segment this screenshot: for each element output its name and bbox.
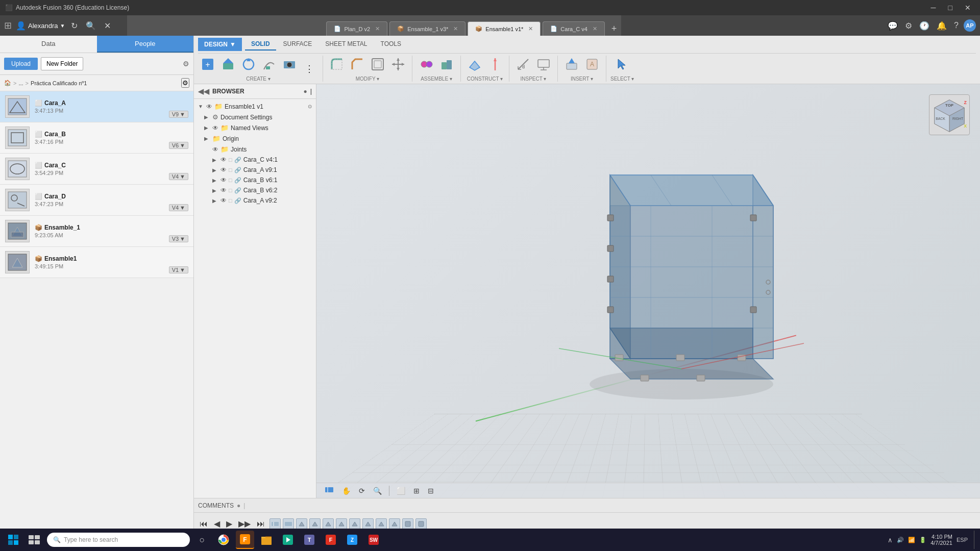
tree-cara-c-toggle[interactable]: ▶ [212,157,218,163]
tree-root-toggle[interactable]: ▼ [198,104,204,109]
maximize-button[interactable]: □ [944,3,957,13]
tab-sheet-metal[interactable]: SHEET METAL [319,38,373,51]
orbit-button[interactable]: ⟳ [356,485,368,496]
start-button[interactable] [4,531,22,549]
pan-button[interactable]: ✋ [339,485,354,496]
tool-extrude[interactable] [218,56,238,75]
clock-icon[interactable]: 🕐 [917,19,932,33]
tab-ensamble1-v3[interactable]: 📦 Ensamble_1 v3* ✕ [389,21,465,36]
wireframe-button[interactable]: ⬜ [394,485,408,496]
timeline-step-8[interactable] [362,518,374,530]
file-version-cara-a[interactable]: V9 ▼ [169,111,188,118]
tool-shell[interactable] [368,56,387,75]
tree-root-target[interactable]: ⊙ [308,104,312,109]
canvas-area[interactable]: TOP RIGHT BACK Z X ✋ ⟳ 🔍 [316,84,980,498]
tree-root[interactable]: ▼ 👁 📁 Ensamble1 v1 ⊙ [194,101,316,112]
new-folder-button[interactable]: New Folder [41,57,83,70]
tree-joints-vis[interactable]: 👁 [212,146,218,153]
user-profile-icon[interactable]: AP [964,19,976,32]
help-icon[interactable]: ? [952,19,961,32]
file-item-cara-a[interactable]: ⬜ Cara_A 3:47:13 PM V9 ▼ [0,91,193,122]
file-item-cara-d[interactable]: ⬜ Cara_D 3:47:23 PM V4 ▼ [0,185,193,216]
tool-plane[interactable] [465,56,484,75]
taskbar-zoom[interactable]: Z [343,531,361,549]
tree-origin-toggle[interactable]: ▶ [204,136,210,141]
more-view-button[interactable]: ⊟ [425,485,437,496]
tab-data[interactable]: Data [0,36,97,53]
tool-hole[interactable] [280,56,299,75]
tree-cara-b-v6-2[interactable]: ▶ 👁 □ 🔗 Cara_B v6:2 [194,185,316,195]
file-version-cara-c[interactable]: V4 ▼ [169,173,188,180]
browser-collapse-button[interactable]: ◀◀ [198,87,209,95]
browser-more-button[interactable]: | [310,88,312,95]
tool-chamfer[interactable] [348,56,367,75]
tree-origin[interactable]: ▶ 📁 Origin [194,133,316,144]
tab-ensamble1-v1[interactable]: 📦 Ensamble1 v1* ✕ [468,21,541,36]
tab-people[interactable]: People [97,36,194,53]
tool-display[interactable] [534,56,553,75]
tab-solid[interactable]: SOLID [245,38,276,51]
chat-icon[interactable]: 💬 [886,19,900,33]
browser-pin-button[interactable]: ● [303,88,307,95]
tree-root-vis[interactable]: 👁 [206,103,212,110]
tool-select[interactable] [612,56,632,75]
close-nav-icon[interactable]: ✕ [102,19,113,33]
panel-settings-button[interactable]: ⚙ [183,60,189,68]
search-icon[interactable]: 🔍 [84,19,98,33]
timeline-start-button[interactable]: ⏮ [198,518,209,530]
tree-cara-a1-vis[interactable]: 👁 [220,166,227,173]
design-button[interactable]: DESIGN ▼ [198,38,242,51]
breadcrumb-dots[interactable]: ... [18,80,23,86]
tree-cara-b1-vis[interactable]: 👁 [220,177,227,184]
tab-close-cara-c[interactable]: ✕ [593,26,597,32]
tool-fillet[interactable] [327,56,347,75]
tab-close-ensamble1v1[interactable]: ✕ [528,26,533,32]
grid-display-button[interactable]: ⊞ [410,485,423,496]
tree-doc-toggle[interactable]: ▶ [204,114,210,120]
timeline-step-3[interactable] [296,518,307,530]
file-version-ensamble1[interactable]: V3 ▼ [169,235,188,242]
taskbar-chrome[interactable] [214,531,233,549]
tool-more-create[interactable]: ⋮ [300,63,318,75]
add-tab-button[interactable]: + [607,21,621,36]
orbit-view-button[interactable] [322,484,337,497]
taskbar-language[interactable]: ESP [957,537,968,543]
taskbar-network-icon[interactable]: 📶 [908,537,915,543]
tree-cara-b2-vis[interactable]: 👁 [220,187,227,194]
minimize-button[interactable]: ─ [927,3,940,13]
tree-joints[interactable]: ▶ 👁 📁 Joints [194,144,316,155]
taskbar-cortana[interactable]: ○ [193,531,211,549]
tree-cara-a-v9-2[interactable]: ▶ 👁 □ 🔗 Cara_A v9:2 [194,195,316,206]
taskbar-foxit[interactable]: F [322,531,340,549]
title-controls[interactable]: ─ □ ✕ [927,3,975,13]
taskbar-show-desktop[interactable] [974,531,976,549]
notification-icon[interactable]: 🔔 [935,19,949,33]
tool-axis[interactable] [485,56,505,75]
timeline-step-7[interactable] [349,518,360,530]
tool-insert[interactable] [562,56,581,75]
tree-cara-b2-toggle[interactable]: ▶ [212,188,218,193]
breadcrumb-current[interactable]: Práctica Calificado nº1 [31,80,87,86]
timeline-end-button[interactable]: ⏭ [255,518,266,530]
tab-close-plan-d[interactable]: ✕ [375,26,380,32]
tree-cara-a2-toggle[interactable]: ▶ [212,198,218,204]
taskbar-volume-icon[interactable]: 🔊 [897,537,904,543]
timeline-step-4[interactable] [309,518,321,530]
breadcrumb-home[interactable]: 🏠 [4,80,11,86]
taskbar-explorer[interactable] [257,531,276,549]
taskbar-fusion[interactable]: F [236,531,254,549]
file-item-ensamble1[interactable]: 📦 Ensamble_1 9:23:05 AM V3 ▼ [0,216,193,247]
tool-revolve[interactable] [239,56,258,75]
file-item-cara-c[interactable]: ⬜ Cara_C 3:54:29 PM V4 ▼ [0,154,193,185]
tree-cara-a2-vis[interactable]: 👁 [220,197,227,204]
file-item-cara-b[interactable]: ⬜ Cara_B 3:47:16 PM V6 ▼ [0,122,193,154]
upload-button[interactable]: Upload [4,58,38,70]
file-version-ensamble1-v1[interactable]: V1 ▼ [169,266,188,273]
taskbar-time[interactable]: 4:10 PM 4/7/2021 [930,534,952,546]
timeline-step-10[interactable] [389,518,400,530]
tree-nv-vis[interactable]: 👁 [212,124,218,132]
tree-named-views[interactable]: ▶ 👁 📁 Named Views [194,122,316,133]
tab-plan-d[interactable]: 📄 Plan_D v2 ✕ [326,21,387,36]
settings-icon[interactable]: ⚙ [903,19,914,33]
close-button[interactable]: ✕ [961,3,975,13]
